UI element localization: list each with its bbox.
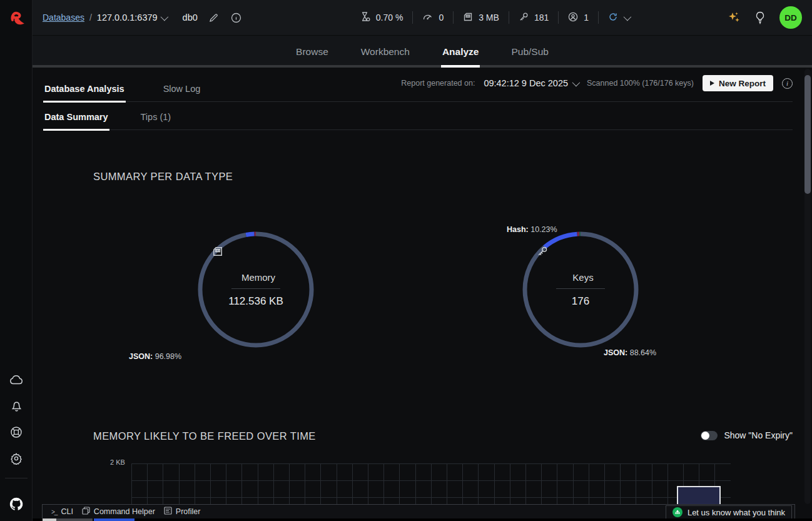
- cutoff-segment: [94, 518, 134, 521]
- keys-hash-callout: Hash: 10.23%: [507, 225, 557, 234]
- tab-database-analysis[interactable]: Database Analysis: [43, 74, 126, 101]
- db-metrics: 0.70 % 0 3 MB 181: [351, 11, 639, 24]
- tips-lightbulb-icon[interactable]: [754, 11, 766, 24]
- sidebar-divider: [5, 478, 28, 478]
- metric-memory: 3 MB: [454, 12, 509, 24]
- tab-data-summary[interactable]: Data Summary: [43, 104, 109, 129]
- redisinsight-app: Databases / 127.0.0.1:6379 db0 0.70 %: [0, 0, 812, 521]
- databases-link[interactable]: Databases: [43, 13, 84, 23]
- breadcrumb: Databases / 127.0.0.1:6379 db0: [43, 13, 241, 23]
- expiry-section-title: MEMORY LIKELY TO BE FREED OVER TIME: [93, 430, 316, 442]
- y-axis-tick-2kb: 2 KB: [110, 458, 125, 466]
- metric-commands: 0: [413, 13, 453, 23]
- profiler-button[interactable]: Profiler: [164, 507, 201, 517]
- user-avatar[interactable]: DD: [779, 6, 802, 29]
- bottom-tools-bar: >_ CLI Command Helper Profiler Let us kn…: [42, 504, 795, 518]
- host-selector[interactable]: 127.0.0.1:6379: [97, 13, 166, 23]
- chevron-down-icon: [572, 78, 581, 86]
- new-report-button[interactable]: New Report: [703, 75, 773, 91]
- toggle-knob: [701, 432, 709, 440]
- feedback-button[interactable]: Let us know what you think: [666, 505, 792, 518]
- tab-analyze[interactable]: Analyze: [441, 36, 480, 68]
- metric-keys: 181: [509, 12, 558, 24]
- db-name: db0: [183, 13, 198, 23]
- tab-pubsub[interactable]: Pub/Sub: [510, 36, 549, 68]
- tab-browse[interactable]: Browse: [295, 36, 330, 68]
- analysis-info-icon[interactable]: i: [782, 78, 793, 89]
- help-life-buoy-icon[interactable]: [0, 419, 33, 445]
- nav-tabs-row: Browse Workbench Analyze Pub/Sub: [33, 36, 812, 68]
- refresh-control[interactable]: [599, 12, 639, 24]
- report-controls: Report generated on: 09:42:12 9 Dec 2025…: [401, 75, 793, 91]
- keys-json-callout: JSON: 88.64%: [604, 348, 656, 357]
- expiry-bar-chart: [131, 463, 731, 504]
- command-helper-button[interactable]: Command Helper: [82, 507, 155, 517]
- tab-slow-log[interactable]: Slow Log: [162, 74, 202, 101]
- scrollbar-track[interactable]: [804, 69, 811, 504]
- expiry-bar[interactable]: [677, 486, 721, 504]
- terminal-icon: >_: [51, 508, 57, 515]
- keys-icon: [519, 12, 529, 24]
- scrollbar-thumb[interactable]: [804, 75, 811, 194]
- no-expiry-toggle[interactable]: [701, 431, 718, 440]
- cpu-usage-icon: [360, 11, 370, 24]
- memory-icon: [463, 12, 473, 24]
- profiler-icon: [164, 507, 172, 517]
- left-sidebar: [0, 0, 33, 521]
- breadcrumb-separator: /: [89, 13, 92, 23]
- tab-workbench[interactable]: Workbench: [360, 36, 411, 68]
- memory-json-callout: JSON: 96.98%: [129, 352, 181, 361]
- cloud-icon[interactable]: [0, 367, 33, 393]
- github-icon[interactable]: [0, 487, 33, 521]
- memory-donut-chart: Memory 112.536 KB: [198, 231, 314, 348]
- analysis-sub-tabs: Data Summary Tips (1): [43, 104, 793, 130]
- donut-center-value: 112.536 KB: [228, 295, 283, 308]
- feedback-bug-icon: [672, 507, 683, 517]
- summary-section-title: SUMMARY PER DATA TYPE: [93, 171, 233, 183]
- cli-button[interactable]: >_ CLI: [51, 507, 73, 516]
- play-icon: [710, 81, 714, 86]
- donut-center-label: Memory: [241, 272, 275, 283]
- refresh-icon: [608, 12, 618, 24]
- db-info-icon[interactable]: [231, 13, 241, 23]
- donut-center-value: 176: [572, 295, 589, 308]
- commands-gauge-icon: [422, 13, 433, 23]
- scanned-status: Scanned 100% (176/176 keys): [587, 79, 694, 88]
- report-generated-label: Report generated on:: [401, 79, 475, 88]
- cutoff-segment: [43, 518, 56, 521]
- notifications-bell-icon[interactable]: [0, 393, 33, 419]
- chevron-down-icon: [160, 13, 168, 21]
- edit-pencil-icon[interactable]: [209, 13, 218, 23]
- analysis-content: Database Analysis Slow Log Report genera…: [33, 68, 812, 504]
- settings-gear-icon[interactable]: [0, 445, 33, 472]
- donut-divider: [556, 288, 605, 289]
- copilot-sparkles-icon[interactable]: [727, 11, 741, 24]
- clients-icon: [568, 12, 578, 24]
- tab-tips[interactable]: Tips (1): [140, 104, 173, 129]
- metric-clients: 1: [559, 12, 598, 24]
- no-expiry-toggle-row: Show "No Expiry": [701, 430, 793, 440]
- no-expiry-toggle-label: Show "No Expiry": [724, 430, 793, 440]
- donut-divider: [231, 288, 280, 289]
- keys-donut-chart: Keys 176: [522, 231, 639, 348]
- donut-center-label: Keys: [572, 272, 593, 283]
- report-date-selector[interactable]: 09:42:12 9 Dec 2025: [484, 78, 578, 88]
- chevron-down-icon: [624, 13, 632, 21]
- redis-logo-icon[interactable]: [0, 8, 33, 29]
- top-header: Databases / 127.0.0.1:6379 db0 0.70 %: [33, 0, 812, 36]
- command-helper-icon: [82, 507, 90, 517]
- cutoff-panel-strip: [0, 518, 812, 521]
- metric-cpu: 0.70 %: [351, 11, 413, 24]
- cutoff-segment: [56, 518, 93, 521]
